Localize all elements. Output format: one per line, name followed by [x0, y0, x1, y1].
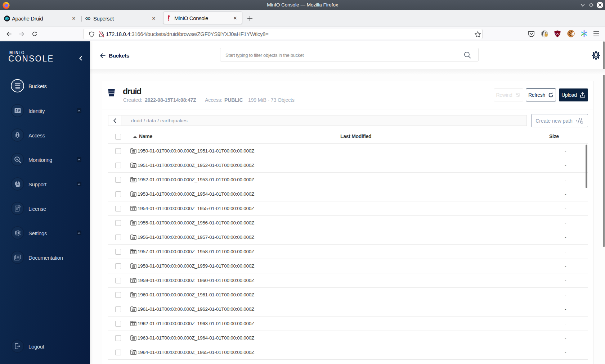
svg-text:UO: UO [555, 32, 559, 35]
